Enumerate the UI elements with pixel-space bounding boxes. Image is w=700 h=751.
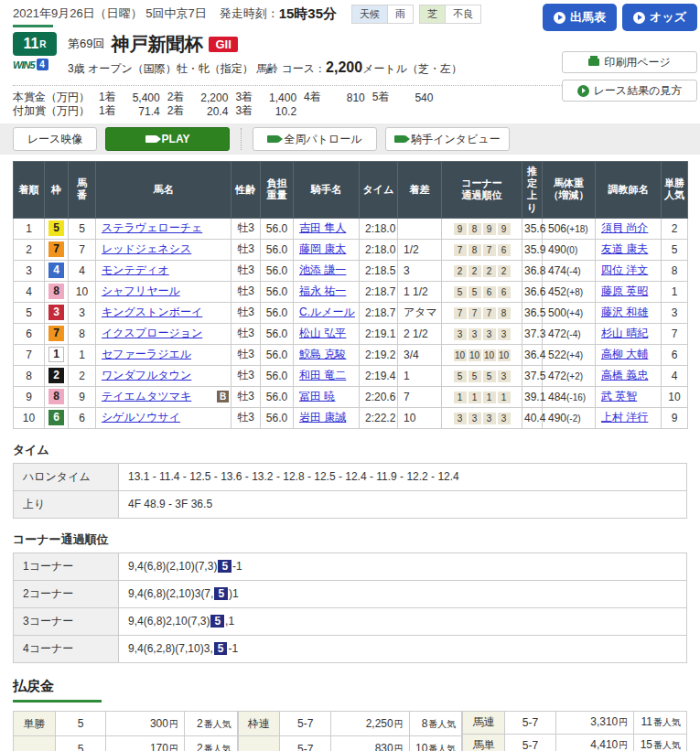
body-weight: 472: [548, 327, 566, 340]
horse-name-link[interactable]: レッドジェネシス: [102, 242, 191, 255]
trainer-link[interactable]: 藤沢 和雄: [601, 306, 648, 318]
result-row: 678イクスプロージョン牡356.0松山 弘平2:19.12 1/2333337…: [14, 323, 688, 344]
trainer-link[interactable]: 杉山 晴紀: [601, 327, 648, 339]
horse-name-link[interactable]: キングストンボーイ: [102, 306, 202, 318]
bracket-cell: 1: [45, 344, 69, 365]
horse-name-cell: ステラヴェローチェ: [96, 218, 232, 239]
corner-position: 1: [454, 392, 467, 403]
sex-age: 牡3: [232, 365, 261, 386]
sex-age: 牡3: [232, 407, 261, 428]
trainer-link[interactable]: 武 英智: [601, 390, 637, 402]
play-button[interactable]: PLAY: [105, 127, 230, 151]
jockey-link[interactable]: 藤岡 康太: [299, 242, 346, 255]
body-weight-diff: (-4): [566, 266, 581, 276]
corner-position: 5: [468, 286, 481, 298]
corner-position: 2: [454, 265, 467, 277]
prize-value: 2,200: [188, 91, 228, 104]
body-weight-cell: 490(-2): [543, 407, 596, 428]
horse-name-link[interactable]: イクスプロージョン: [102, 327, 202, 339]
patrol-label: 全周パトロール: [284, 132, 361, 147]
jockey-link[interactable]: 和田 竜二: [299, 369, 346, 381]
horse-name-link[interactable]: モンテディオ: [102, 263, 169, 276]
race-result-page: 2021年9月26日（日曜） 5回中京7日 発走時刻： 15時35分 天候雨 芝…: [0, 0, 700, 751]
corner-position: 2: [498, 265, 511, 277]
body-weight-cell: 452(+8): [543, 281, 596, 302]
estimated-last-3f: 39.1: [522, 386, 543, 407]
print-page-button[interactable]: 印刷用ページ: [562, 51, 697, 73]
margin: 3/4: [398, 344, 442, 365]
result-row: 277レッドジェネシス牡356.0藤岡 康太2:18.01/2787635.94…: [14, 239, 688, 260]
jockey-cell: 和田 竜二: [294, 365, 360, 386]
trainer-link[interactable]: 四位 洋文: [601, 263, 648, 276]
horse-name-link[interactable]: シゲルソウサイ: [102, 411, 180, 424]
corner-positions-cell: 9899: [442, 218, 522, 239]
body-weight-diff: (0): [566, 245, 577, 255]
odds-button[interactable]: オッズ: [622, 4, 697, 31]
corner-order-value: 9,4(6,8)2,10(7,3)5,1: [119, 607, 687, 635]
corner-label: 2コーナー: [14, 580, 119, 607]
secondary-buttons: 印刷用ページ レース結果の見方: [562, 51, 697, 102]
bracket-cell: 7: [45, 239, 69, 260]
trainer-link[interactable]: 高柳 大輔: [601, 348, 648, 360]
entry-table-label: 出馬表: [570, 9, 606, 26]
horse-name-link[interactable]: テイエムタツマキ: [102, 390, 191, 402]
win-popularity: 5: [662, 239, 688, 260]
result-guide-button[interactable]: レース結果の見方: [562, 80, 697, 102]
payout-amount: 170円: [106, 736, 185, 751]
horse-name-link[interactable]: ワンダフルタウン: [102, 369, 191, 381]
winning-horse-highlight: 5: [214, 587, 228, 600]
entry-table-button[interactable]: 出馬表: [543, 4, 617, 31]
win-popularity: 10: [662, 386, 688, 407]
yen-suffix: 円: [619, 717, 628, 727]
results-table: 着順枠馬 番馬名性齢負担 重量騎手名タイム着差コーナー 通過順位推 定 上 り馬…: [13, 161, 688, 429]
yen-suffix: 円: [619, 740, 628, 750]
trainer-cell: 友道 康夫: [596, 239, 662, 260]
jockey-link[interactable]: 吉田 隼人: [299, 221, 346, 234]
trainer-cell: 武 英智: [596, 386, 662, 407]
bracket-cell: 7: [45, 323, 69, 344]
page-header: 2021年9月26日（日曜） 5回中京7日 発走時刻： 15時35分 天候雨 芝…: [0, 0, 700, 86]
corner-position: 7: [468, 307, 481, 319]
trainer-cell: 上村 洋行: [596, 407, 662, 428]
trainer-link[interactable]: 友道 康夫: [601, 242, 648, 255]
payout-popularity-value: 2: [197, 717, 203, 730]
patrol-video-button[interactable]: 全周パトロール: [253, 127, 377, 151]
horse-name-link[interactable]: セファーラジエル: [102, 348, 191, 360]
jockey-interview-button[interactable]: 騎手インタビュー: [385, 127, 510, 151]
jockey-link[interactable]: 冨田 暁: [299, 390, 335, 402]
sex-age: 牡3: [232, 218, 261, 239]
play-label: PLAY: [162, 133, 190, 145]
trainer-cell: 須貝 尚介: [596, 218, 662, 239]
jockey-link[interactable]: C.ルメール: [299, 306, 355, 318]
jockey-link[interactable]: 松山 弘平: [299, 327, 346, 339]
jockey-link[interactable]: 鮫島 克駿: [299, 348, 346, 360]
jockey-cell: 鮫島 克駿: [294, 344, 360, 365]
trainer-link[interactable]: 須貝 尚介: [601, 221, 648, 234]
race-video-button[interactable]: レース映像: [13, 127, 97, 151]
corner-position: 7: [454, 307, 467, 319]
result-row: 4810シャフリヤール牡356.0福永 祐一2:18.71 1/2556636.…: [14, 281, 688, 302]
race-badges: 11R WIN5 4: [13, 32, 57, 77]
sex-age: 牡3: [232, 386, 261, 407]
jockey-link[interactable]: 福永 祐一: [299, 284, 346, 297]
body-weight: 484: [548, 391, 566, 403]
finish-position: 8: [14, 365, 45, 386]
margin: [398, 218, 442, 239]
date-underline: [13, 25, 53, 27]
bet-type-label: 複勝: [14, 736, 56, 751]
jockey-link[interactable]: 池添 謙一: [299, 263, 346, 276]
finish-position: 7: [14, 344, 45, 365]
bracket-number: 3: [48, 305, 64, 320]
horse-name-link[interactable]: シャフリヤール: [102, 284, 180, 297]
winning-horse-highlight: 5: [214, 642, 228, 655]
jockey-link[interactable]: 岩田 康誠: [299, 411, 346, 424]
payout-popularity-value: 8: [422, 717, 428, 730]
trainer-link[interactable]: 藤原 英昭: [601, 284, 648, 297]
corner-position: 3: [468, 328, 481, 340]
trainer-link[interactable]: 高橋 義忠: [601, 369, 648, 381]
finish-time: 2:18.7: [360, 281, 398, 302]
trainer-link[interactable]: 上村 洋行: [601, 411, 648, 424]
horse-name-link[interactable]: ステラヴェローチェ: [102, 221, 202, 234]
result-row: 989テイエムタツマキB牡356.0冨田 暁2:20.67111139.1484…: [14, 386, 688, 407]
popularity-suffix: 番人気: [428, 719, 456, 729]
